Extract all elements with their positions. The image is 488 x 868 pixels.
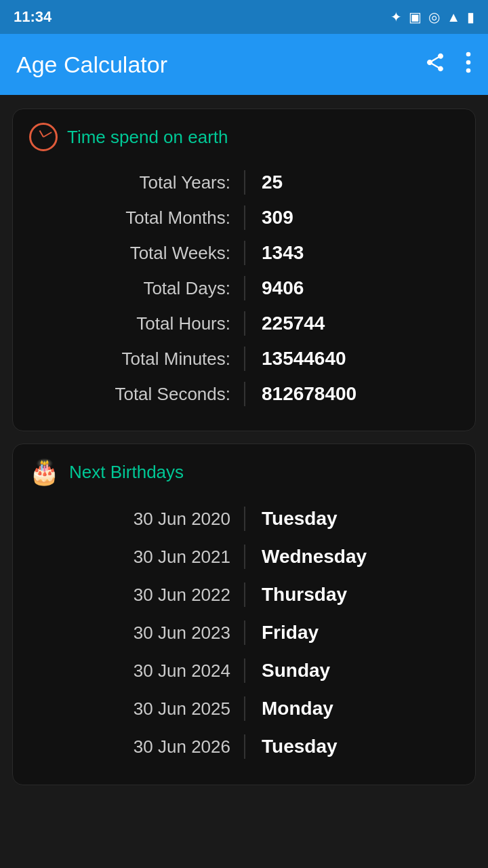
status-bar: 11:34 ✦ ▣ ◎ ▲ ▮ xyxy=(0,0,488,34)
signal-icon: ✦ xyxy=(390,9,402,25)
birthday-card: 🎂 Next Birthdays 30 Jun 2020 Tuesday 30 … xyxy=(12,443,476,785)
birthday-data-table: 30 Jun 2020 Tuesday 30 Jun 2021 Wednesda… xyxy=(29,500,459,766)
birthday-day: Tuesday xyxy=(245,508,459,530)
clock-icon xyxy=(29,123,58,151)
birthday-day: Wednesday xyxy=(245,546,459,568)
birthday-data-row: 30 Jun 2024 Sunday xyxy=(29,652,459,690)
time-label: Total Days: xyxy=(29,278,244,299)
birthday-card-title: Next Birthdays xyxy=(69,462,184,483)
svg-point-1 xyxy=(466,60,471,64)
time-data-row: Total Years: 25 xyxy=(29,165,459,200)
time-label: Total Years: xyxy=(29,172,244,193)
birthday-date: 30 Jun 2022 xyxy=(29,585,244,606)
time-card-title: Time spend on earth xyxy=(67,127,228,148)
time-value: 309 xyxy=(245,207,459,229)
birthday-date: 30 Jun 2024 xyxy=(29,660,244,682)
time-value: 225744 xyxy=(245,313,459,334)
time-label: Total Minutes: xyxy=(29,349,244,370)
birthday-day: Tuesday xyxy=(245,736,459,757)
time-label: Total Months: xyxy=(29,208,244,229)
app-title: Age Calculator xyxy=(16,52,411,78)
status-icons: ✦ ▣ ◎ ▲ ▮ xyxy=(390,9,474,25)
birthday-card-header: 🎂 Next Birthdays xyxy=(29,458,459,486)
birthday-day: Thursday xyxy=(245,584,459,606)
sim-icon: ▣ xyxy=(409,9,422,25)
cake-icon: 🎂 xyxy=(29,458,60,486)
main-content: Time spend on earth Total Years: 25 Tota… xyxy=(0,95,488,799)
time-value: 1343 xyxy=(245,242,459,264)
birthday-date: 30 Jun 2025 xyxy=(29,698,244,719)
birthday-day: Friday xyxy=(245,622,459,644)
vpn-icon: ◎ xyxy=(428,9,440,25)
birthday-data-row: 30 Jun 2026 Tuesday xyxy=(29,728,459,766)
birthday-data-row: 30 Jun 2022 Thursday xyxy=(29,576,459,614)
svg-point-0 xyxy=(466,52,471,56)
time-data-row: Total Days: 9406 xyxy=(29,271,459,306)
time-value: 9406 xyxy=(245,277,459,299)
birthday-day: Monday xyxy=(245,698,459,719)
birthday-data-row: 30 Jun 2023 Friday xyxy=(29,614,459,652)
time-card-header: Time spend on earth xyxy=(29,123,459,151)
status-time: 11:34 xyxy=(14,8,52,26)
time-value: 25 xyxy=(245,172,459,193)
network-icon: ▲ xyxy=(447,9,460,25)
time-data-row: Total Minutes: 13544640 xyxy=(29,341,459,376)
app-bar: Age Calculator xyxy=(0,34,488,95)
birthday-data-row: 30 Jun 2025 Monday xyxy=(29,690,459,728)
svg-point-2 xyxy=(466,68,471,73)
time-label: Total Seconds: xyxy=(29,384,244,405)
time-data-row: Total Weeks: 1343 xyxy=(29,235,459,271)
time-card: Time spend on earth Total Years: 25 Tota… xyxy=(12,108,476,431)
birthday-date: 30 Jun 2026 xyxy=(29,736,244,757)
app-bar-actions xyxy=(424,52,472,78)
time-data-row: Total Seconds: 812678400 xyxy=(29,376,459,412)
birthday-day: Sunday xyxy=(245,660,459,682)
birthday-data-row: 30 Jun 2020 Tuesday xyxy=(29,500,459,538)
time-label: Total Hours: xyxy=(29,313,244,334)
time-data-row: Total Months: 309 xyxy=(29,200,459,235)
battery-icon: ▮ xyxy=(467,9,474,25)
birthday-date: 30 Jun 2020 xyxy=(29,509,244,530)
time-label: Total Weeks: xyxy=(29,243,244,264)
time-data-row: Total Hours: 225744 xyxy=(29,306,459,341)
birthday-data-row: 30 Jun 2021 Wednesday xyxy=(29,538,459,576)
share-icon[interactable] xyxy=(424,52,446,78)
birthday-date: 30 Jun 2021 xyxy=(29,547,244,568)
time-value: 13544640 xyxy=(245,348,459,370)
time-data-table: Total Years: 25 Total Months: 309 Total … xyxy=(29,165,459,412)
birthday-date: 30 Jun 2023 xyxy=(29,623,244,644)
time-value: 812678400 xyxy=(245,383,459,405)
more-options-icon[interactable] xyxy=(465,52,472,78)
